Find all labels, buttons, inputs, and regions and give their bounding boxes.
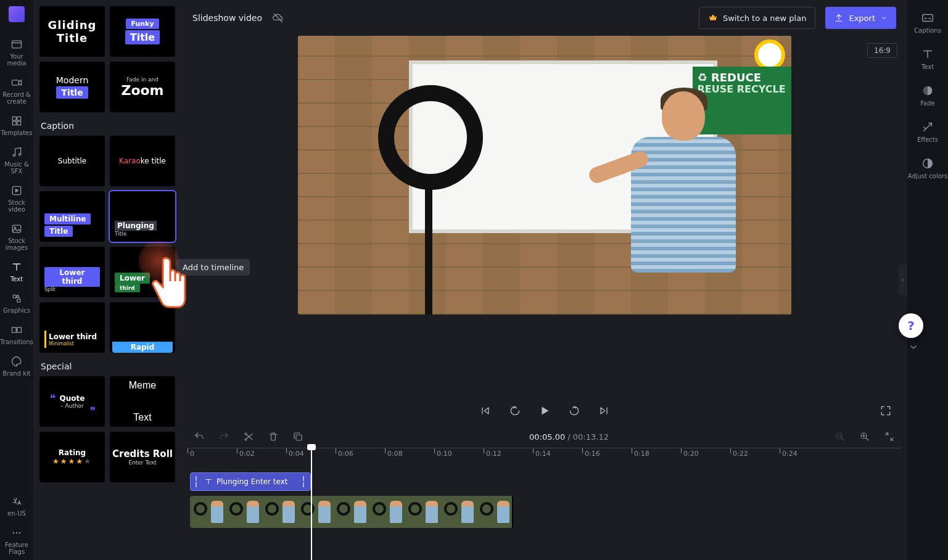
fit-timeline-button[interactable]	[883, 430, 896, 443]
zoom-out-button[interactable]	[833, 430, 847, 443]
rail-label: Templates	[1, 130, 33, 136]
playhead[interactable]	[311, 448, 312, 560]
top-bar: Slideshow video Switch to a new plan Exp…	[181, 0, 907, 36]
timeline-tracks[interactable]: Plunging Enter text	[188, 467, 901, 560]
upload-icon	[834, 13, 844, 23]
video-clip[interactable]	[190, 496, 513, 528]
svg-rect-4	[12, 121, 16, 125]
rail-language[interactable]: en-US	[0, 490, 33, 522]
accent-bar	[44, 331, 46, 348]
tooltip-add-to-timeline: Add to timeline	[176, 259, 250, 276]
clip-label: Plunging Enter text	[216, 477, 287, 486]
rail-brand-kit[interactable]: Brand kit	[0, 350, 33, 382]
svg-point-16	[16, 532, 18, 534]
text-clip[interactable]: Plunging Enter text	[190, 472, 311, 491]
skip-forward-button[interactable]	[597, 404, 611, 418]
collapse-right-panel[interactable]	[899, 265, 907, 295]
transitions-icon	[10, 324, 23, 336]
rail-your-media[interactable]: Your media	[0, 33, 33, 72]
app-logo[interactable]	[9, 6, 25, 22]
fullscreen-button[interactable]	[879, 404, 892, 418]
rail-stock-video[interactable]: Stock video	[0, 179, 33, 218]
rail-label: Text	[10, 276, 23, 282]
step-forward-button[interactable]	[567, 404, 581, 418]
tile-lower-third-minimalist[interactable]: Lower third Minimalist	[39, 302, 105, 353]
rrail-effects[interactable]: Effects	[917, 117, 938, 147]
music-icon	[10, 146, 23, 159]
rail-label: Music & SFX	[1, 161, 32, 175]
rrail-captions[interactable]: Captions	[914, 7, 941, 38]
tile-quote[interactable]: ❝ Quote ❞ – Author	[39, 376, 105, 427]
tile-rating[interactable]: Rating ★★★★★	[39, 432, 105, 482]
help-button[interactable]: ?	[899, 313, 923, 338]
svg-point-10	[14, 227, 16, 229]
rrail-adjust-colors[interactable]: Adjust colors	[908, 153, 947, 183]
time-current: 00:05.00	[529, 432, 565, 442]
svg-rect-24	[923, 15, 933, 22]
svg-rect-12	[17, 299, 20, 302]
rail-text[interactable]: Text	[0, 256, 33, 287]
tile-karaoke[interactable]: Karaoke title	[110, 136, 175, 186]
cloud-sync-off-icon[interactable]	[272, 12, 284, 24]
rail-music-sfx[interactable]: Music & SFX	[0, 141, 33, 179]
undo-button[interactable]	[192, 430, 206, 443]
tile-modern-title[interactable]: Modern Title	[39, 62, 105, 112]
film-icon	[10, 184, 23, 197]
rail-label: Graphics	[3, 307, 30, 314]
rrail-fade[interactable]: Fade	[920, 80, 934, 110]
play-button[interactable]	[538, 404, 551, 418]
rail-transitions[interactable]: Transitions	[0, 319, 33, 350]
text-templates-panel[interactable]: GlidingTitle Funky Title Modern Title Fa…	[33, 0, 181, 560]
zoom-in-button[interactable]	[858, 430, 872, 443]
chevron-down-icon	[880, 14, 888, 22]
tile-plunging-title[interactable]: Plunging Title	[110, 191, 175, 242]
switch-plan-button[interactable]: Switch to a new plan	[699, 7, 815, 29]
tile-line: Title	[125, 30, 160, 44]
redo-button[interactable]	[217, 430, 231, 443]
rail-label: Brand kit	[2, 370, 30, 377]
skip-back-button[interactable]	[479, 404, 492, 418]
svg-rect-13	[12, 327, 17, 332]
svg-rect-9	[12, 225, 20, 233]
tile-fade-zoom[interactable]: Fade in and Zoom	[110, 62, 175, 112]
tile-rapid[interactable]: Rapid	[110, 302, 175, 353]
tile-lower-third-green[interactable]: Lower third	[110, 247, 175, 297]
rail-stock-images[interactable]: Stock images	[0, 218, 33, 256]
rail-label: Stock video	[1, 199, 32, 213]
text-icon	[204, 477, 213, 486]
rail-label: Feature Flags	[1, 541, 32, 555]
duplicate-button[interactable]	[291, 430, 305, 443]
rrail-text[interactable]: Text	[921, 44, 934, 74]
tile-small: Fade in and	[126, 76, 159, 83]
split-button[interactable]	[242, 430, 255, 443]
tile-funky-title[interactable]: Funky Title	[110, 6, 175, 57]
rail-record-create[interactable]: Record & create	[0, 72, 33, 110]
rail-graphics[interactable]: Graphics	[0, 287, 33, 319]
globe-icon	[10, 495, 23, 508]
rail-feature-flags[interactable]: Feature Flags	[0, 522, 33, 560]
tile-lower-third-split[interactable]: Lower third Split	[39, 247, 105, 297]
tile-meme[interactable]: Meme Text	[110, 376, 175, 427]
svg-point-20	[245, 439, 247, 440]
camera-icon	[10, 76, 23, 89]
tile-multiline-title[interactable]: Multiline Title	[39, 191, 105, 242]
export-button[interactable]: Export	[825, 7, 896, 29]
clip-handle-right[interactable]	[303, 473, 308, 490]
rail-label: Record & create	[1, 91, 32, 105]
timeline-ruler[interactable]: 00:020:040:060:080:100:120:140:160:180:2…	[188, 448, 901, 464]
step-back-button[interactable]	[508, 404, 522, 418]
tile-big: Zoom	[121, 83, 163, 98]
templates-icon	[10, 115, 23, 127]
shapes-icon	[10, 292, 23, 305]
project-name[interactable]: Slideshow video	[192, 13, 262, 23]
rail-templates[interactable]: Templates	[0, 110, 33, 141]
video-preview[interactable]: ♻ REDUCEREUSE RECYCLE	[298, 36, 791, 315]
tile-gliding-title[interactable]: GlidingTitle	[39, 6, 105, 57]
delete-button[interactable]	[266, 430, 280, 443]
tile-credits-roll[interactable]: Credits Roll Enter Text	[110, 432, 175, 482]
aspect-ratio-badge[interactable]: 16:9	[867, 43, 897, 58]
svg-point-6	[13, 154, 15, 156]
clip-handle-left[interactable]	[196, 473, 200, 490]
right-properties-rail: Captions Text Fade Effects Adjust colors	[907, 0, 948, 560]
tile-subtitle[interactable]: Subtitle	[39, 136, 105, 186]
